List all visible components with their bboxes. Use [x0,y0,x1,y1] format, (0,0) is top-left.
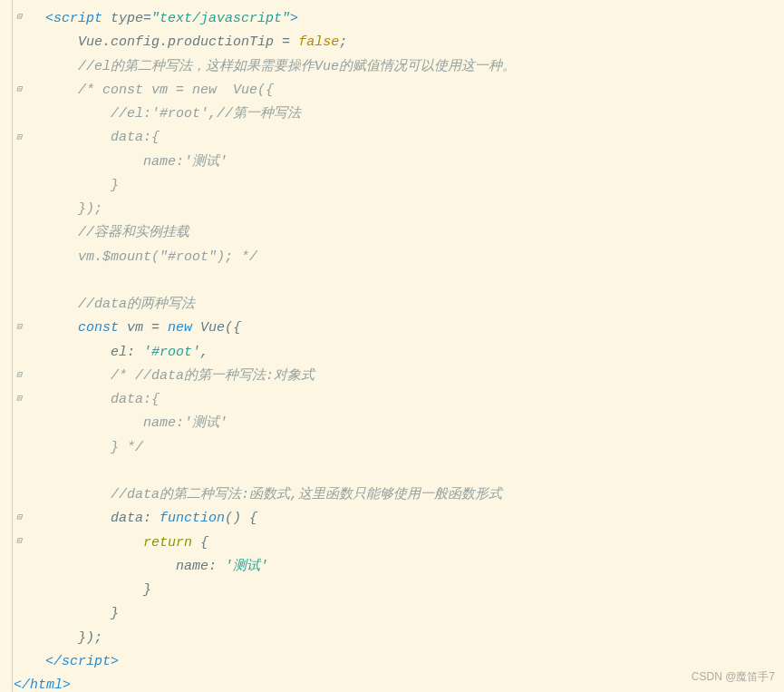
space [160,320,168,336]
ident: productionTip [168,34,274,50]
editor-gutter [0,0,13,692]
code-line: } [45,579,775,602]
parens: () [225,511,241,526]
watermark: CSDN @魔笛手7 [692,668,775,687]
fold-toggle[interactable]: ⊟ [15,13,24,22]
tag-open: </ [45,654,62,669]
ident: Vue [78,34,102,50]
code-line: name:'测试' [45,412,775,435]
comment: //data的第二种写法:函数式,这里函数只能够使用一般函数形式 [111,487,502,502]
fold-toggle[interactable]: ⊟ [15,85,24,94]
fold-gutter: ⊟ ⊟ ⊟ ⊟ ⊟ ⊟ ⊟ ⊟ [13,0,25,692]
brace: { [233,320,241,336]
semicolon: ; [94,630,102,646]
code-line: }); [45,627,775,650]
comment: //data的两种写法 [78,297,195,312]
dot: . [102,34,111,50]
fold-toggle[interactable]: ⊟ [15,133,24,142]
brace-close: } [111,606,119,621]
semicolon: ; [339,34,347,50]
keyword-return: return [143,535,192,551]
keyword-new: new [168,320,192,336]
comma: , [200,345,208,360]
fold-toggle[interactable]: ⊟ [15,395,24,404]
string: '#root' [143,345,200,360]
code-line: } [45,602,775,626]
dot: . [160,34,168,50]
code-line: //data的第二种写法:函数式,这里函数只能够使用一般函数形式 [45,483,775,507]
fold-toggle[interactable]: ⊟ [15,323,24,332]
code-line: data: function() { [45,507,775,531]
code-line: <script type="text/javascript"> [45,7,775,31]
code-line: name:'测试' [45,151,775,174]
code-line: </script> [45,650,775,674]
fold-toggle[interactable]: ⊟ [15,513,24,522]
fold-toggle[interactable]: ⊟ [15,371,24,380]
paren-close: ) [86,630,94,646]
comment: vm.$mount("#root"); */ [78,249,257,265]
code-line: data:{ [45,388,775,412]
fold-toggle[interactable]: ⊟ [15,537,24,546]
code-line: const vm = new Vue({ [45,317,775,340]
code-line: //容器和实例挂载 [45,221,775,245]
code-line: //el:'#root',//第一种写法 [45,102,775,126]
code-editor-content[interactable]: <script type="text/javascript"> Vue.conf… [0,0,784,692]
assign: = [151,320,160,336]
comment: data:{ [111,392,160,407]
brace-close: } [143,582,151,598]
code-line: Vue.config.productionTip = false; [45,31,775,54]
code-line: </html> [14,674,775,692]
tag-open: < [45,11,53,26]
boolean: false [298,34,339,50]
equals: = [143,11,151,26]
code-line: name: '测试' [45,555,775,579]
string: '测试' [225,559,268,574]
prop-name: el [111,345,127,360]
code-line: } */ [45,436,775,460]
comment: /* const vm = new Vue({ [78,83,274,98]
ident: config [111,34,160,50]
keyword-function: function [160,511,225,526]
prop-name: name [176,559,208,574]
brace: { [241,511,257,526]
colon: : [127,345,143,360]
comment: name:'测试' [78,154,227,170]
code-line: /* const vm = new Vue({ [45,79,775,102]
code-line [45,460,775,483]
brace: { [192,535,208,551]
comment: data:{ [78,130,160,145]
code-line: vm.$mount("#root"); */ [45,246,775,269]
code-line: /* //data的第一种写法:对象式 [45,365,775,388]
comment: //容器和实例挂载 [78,225,189,240]
code-line: data:{ [45,126,775,150]
attr-value: "text/javascript" [151,11,290,26]
code-line: } [45,174,775,198]
tag-close: > [111,654,119,669]
code-line: el: '#root', [45,341,775,365]
assign: = [274,34,298,50]
prop-name: data [111,511,143,526]
code-line [45,269,775,293]
paren: ( [225,320,233,336]
tag-close: > [63,677,71,692]
code-line: return { [45,531,775,555]
comment: }); [78,201,102,217]
tag-close: > [290,11,298,26]
comment: /* //data的第一种写法:对象式 [111,368,315,384]
comment: } [78,178,119,193]
class-name: Vue [192,320,225,336]
brace-close: } [78,630,86,646]
comment: } */ [111,440,143,455]
code-line: }); [45,198,775,221]
comment: //el的第二种写法，这样如果需要操作Vue的赋值情况可以使用这一种。 [78,59,516,74]
var-name: vm [119,320,151,336]
comment: name:'测试' [111,415,227,431]
keyword-const: const [78,320,119,336]
tag-name: html [30,677,63,692]
attr-name: type [111,11,143,26]
colon: : [143,511,160,526]
tag-name: script [62,654,111,669]
comment: //el:'#root',//第一种写法 [78,106,301,122]
colon: : [208,559,225,574]
code-line: //el的第二种写法，这样如果需要操作Vue的赋值情况可以使用这一种。 [45,55,775,79]
